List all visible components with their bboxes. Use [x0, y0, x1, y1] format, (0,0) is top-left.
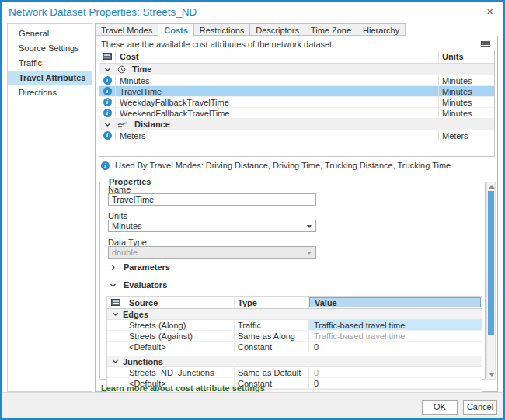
sidebar-item-general[interactable]: General: [8, 26, 92, 41]
name-field[interactable]: [108, 193, 316, 206]
evaluator-source: <Default>: [124, 342, 234, 352]
evaluator-type: Same as Default: [234, 367, 308, 377]
evaluator-row-edges-default[interactable]: <Default> Constant 0: [107, 342, 482, 352]
type-column-header: Type: [234, 297, 308, 308]
cost-column-header: Cost: [116, 50, 438, 63]
evaluator-value[interactable]: 0: [308, 342, 482, 352]
footer: OK Cancel: [2, 392, 503, 418]
parameters-expander[interactable]: Parameters: [110, 262, 170, 272]
evaluators-table: Source Type Value Edges Streets (Along) …: [106, 296, 482, 396]
group-row-edges[interactable]: Edges: [107, 309, 482, 320]
scroll-up-icon[interactable]: [489, 185, 495, 189]
info-icon: i: [103, 109, 112, 117]
cost-units: Minutes: [438, 108, 494, 118]
cost-attributes-table: Cost Units Time i Minutes Minutes i Trav…: [99, 50, 495, 157]
evaluator-source: Streets (Along): [124, 320, 234, 330]
evaluator-value[interactable]: 0: [308, 378, 482, 388]
sidebar: General Source Settings Traffic Travel A…: [7, 23, 92, 392]
sidebar-item-traffic[interactable]: Traffic: [8, 56, 92, 71]
evaluator-row-streets-along[interactable]: Streets (Along) Traffic Traffic-based tr…: [107, 320, 482, 331]
group-label: Time: [132, 64, 152, 74]
evaluator-row-streets-against[interactable]: Streets (Against) Same as Along Traffic-…: [107, 331, 482, 342]
cost-name: Meters: [116, 130, 438, 141]
tab-travel-modes[interactable]: Travel Modes: [95, 23, 158, 36]
cancel-button[interactable]: Cancel: [463, 400, 497, 415]
cost-name: Minutes: [116, 75, 438, 85]
sidebar-item-directions[interactable]: Directions: [8, 85, 92, 100]
evaluator-type: Traffic: [234, 320, 308, 330]
cost-row-minutes[interactable]: i Minutes Minutes: [99, 75, 494, 86]
parameters-label: Parameters: [124, 262, 170, 272]
tab-descriptors[interactable]: Descriptors: [249, 23, 305, 36]
info-icon: i: [103, 76, 112, 85]
clock-icon: [117, 65, 126, 74]
chevron-down-icon[interactable]: [110, 282, 117, 289]
info-icon: i: [103, 98, 112, 106]
tab-hierarchy[interactable]: Hierarchy: [357, 23, 406, 36]
value-column-header-highlight: Value: [309, 297, 481, 307]
tab-costs[interactable]: Costs: [158, 23, 194, 36]
cost-row-weekday-fallback[interactable]: i WeekdayFallbackTravelTime Minutes: [99, 97, 494, 108]
evaluator-value[interactable]: Traffic-based travel time: [308, 320, 482, 330]
costs-tab-panel: These are the available cost attributes …: [95, 36, 498, 392]
group-label: Edges: [123, 310, 148, 319]
info-icon: i: [103, 87, 112, 95]
cost-name: TravelTime: [116, 86, 438, 96]
evaluators-expander[interactable]: Evaluators: [110, 280, 167, 290]
tab-time-zone[interactable]: Time Zone: [305, 23, 357, 36]
close-icon[interactable]: ✕: [483, 5, 496, 19]
table-empty-area: [99, 141, 494, 156]
evaluator-column-icon: [99, 50, 116, 63]
menu-icon[interactable]: [481, 41, 490, 48]
chevron-down-icon[interactable]: [104, 121, 111, 128]
group-label: Distance: [134, 120, 170, 129]
evaluator-row-junctions[interactable]: Streets_ND_Junctions Same as Default 0: [107, 367, 482, 378]
tab-restrictions[interactable]: Restrictions: [193, 23, 250, 36]
costs-description: These are the available cost attributes …: [101, 40, 334, 49]
chevron-down-icon[interactable]: [104, 66, 111, 73]
sidebar-item-source-settings[interactable]: Source Settings: [8, 41, 92, 56]
cost-row-weekend-fallback[interactable]: i WeekendFallbackTravelTime Minutes: [99, 108, 494, 119]
used-by-row: i Used By Travel Modes: Driving Distance…: [101, 161, 451, 170]
scroll-down-icon[interactable]: [489, 373, 495, 377]
cost-units: Minutes: [438, 97, 494, 107]
cost-units: Minutes: [438, 75, 494, 85]
sidebar-item-travel-attributes[interactable]: Travel Attributes: [8, 71, 92, 85]
units-select[interactable]: Minutes: [108, 220, 316, 232]
ok-button[interactable]: OK: [422, 400, 458, 415]
cost-row-traveltime[interactable]: i TravelTime Minutes: [99, 86, 494, 97]
chevron-down-icon[interactable]: [112, 311, 119, 318]
cost-name: WeekendFallbackTravelTime: [116, 108, 438, 118]
used-by-text: Used By Travel Modes: Driving Distance, …: [115, 161, 451, 170]
info-icon: i: [103, 131, 112, 140]
dialog-title: Network Dataset Properties: Streets_ND: [9, 6, 197, 18]
evaluator-type: Same as Along: [234, 331, 308, 341]
chevron-down-icon: [307, 252, 312, 255]
chevron-down-icon[interactable]: [112, 358, 119, 365]
data-type-select: double: [108, 246, 316, 259]
group-row-distance[interactable]: Distance: [99, 119, 494, 130]
evaluator-type: Constant: [234, 342, 308, 352]
evaluator-value[interactable]: 0: [308, 367, 482, 377]
properties-scrollbar[interactable]: [486, 182, 496, 380]
chevron-right-icon[interactable]: [110, 264, 117, 271]
group-label: Junctions: [123, 357, 163, 366]
evaluator-value[interactable]: Traffic-based travel time: [308, 331, 482, 341]
tab-bar: Travel Modes Costs Restrictions Descript…: [95, 23, 406, 36]
cost-units: Meters: [438, 130, 494, 141]
cost-table-header: Cost Units: [99, 50, 494, 64]
chevron-down-icon: [307, 225, 312, 228]
network-dataset-properties-dialog: Network Dataset Properties: Streets_ND ✕…: [0, 0, 505, 420]
group-row-junctions[interactable]: Junctions: [107, 356, 482, 367]
info-icon: i: [101, 161, 110, 170]
evaluator-source: Streets (Against): [124, 331, 234, 341]
titlebar: Network Dataset Properties: Streets_ND ✕: [2, 2, 503, 23]
scrollbar-thumb[interactable]: [488, 191, 494, 335]
source-column-header: Source: [124, 297, 234, 308]
evaluators-header: Source Type Value: [107, 297, 482, 309]
group-row-time[interactable]: Time: [99, 64, 494, 75]
cost-row-meters[interactable]: i Meters Meters: [99, 130, 494, 141]
units-selected-value: Minutes: [112, 221, 142, 231]
evaluators-label: Evaluators: [124, 280, 167, 290]
properties-groupbox: Properties Name Units Minutes Data Type …: [99, 182, 486, 380]
